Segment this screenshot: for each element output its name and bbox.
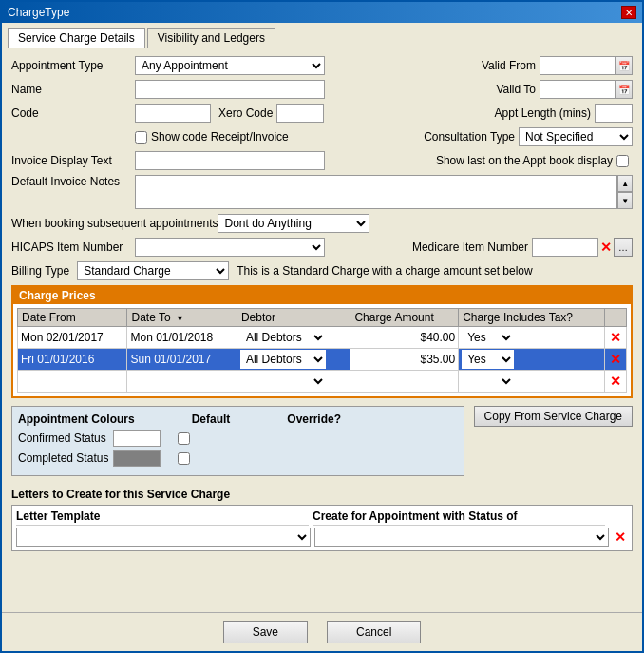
medicare-extra-button[interactable]: … xyxy=(614,238,633,257)
tab-bar: Service Charge Details Visibility and Le… xyxy=(2,23,642,48)
confirmed-color-swatch[interactable] xyxy=(113,430,161,447)
appointment-type-field: Any Appointment xyxy=(135,56,325,75)
charge-type-window: ChargeType ✕ Service Charge Details Visi… xyxy=(0,0,644,653)
charge-row-1-tax: Yes xyxy=(459,327,605,349)
charge-row-3-tax xyxy=(459,371,605,393)
hicaps-select[interactable] xyxy=(135,238,325,257)
scroll-down-icon[interactable]: ▼ xyxy=(617,192,633,209)
charge-row-3: ✕ xyxy=(18,371,627,393)
invoice-display-label: Invoice Display Text xyxy=(11,154,135,167)
col-debtor: Debtor xyxy=(237,309,350,327)
letter-template-col: Letter Template xyxy=(16,509,309,526)
col-date-to: Date To ▼ xyxy=(127,309,237,327)
code-input[interactable]: 500 xyxy=(135,104,211,123)
charge-row-1-date-from: Mon 02/01/2017 xyxy=(18,327,127,349)
show-code-checkbox[interactable] xyxy=(135,131,147,144)
title-bar: ChargeType ✕ xyxy=(2,2,642,23)
valid-from-calendar-icon[interactable]: 📅 xyxy=(616,56,633,75)
completed-status-label: Completed Status xyxy=(18,451,113,465)
charge-row-2-date-from: Fri 01/01/2016 xyxy=(18,349,127,371)
completed-override-checkbox[interactable] xyxy=(178,452,190,465)
name-input[interactable]: Initial Consultation xyxy=(135,80,325,99)
tab-service-charge-details[interactable]: Service Charge Details xyxy=(8,28,145,48)
override-col-label: Override? xyxy=(287,413,341,426)
billing-type-row: Billing Type Standard Charge This is a S… xyxy=(11,261,633,280)
show-code-label: Show code Receipt/Invoice xyxy=(151,130,289,144)
charge-row-2-tax: Yes xyxy=(459,349,605,371)
copy-from-service-charge-button[interactable]: Copy From Service Charge xyxy=(474,406,633,427)
save-button[interactable]: Save xyxy=(223,621,308,643)
charge-row-1-debtor-select[interactable]: All Debtors xyxy=(240,328,326,347)
letter-row-delete-button[interactable]: ✕ xyxy=(613,529,628,545)
charge-row-3-debtor-select[interactable] xyxy=(240,372,326,391)
show-last-label: Show last on the Appt book display xyxy=(436,154,613,167)
charge-prices-title: Charge Prices xyxy=(13,287,631,304)
show-last-checkbox[interactable] xyxy=(616,155,629,167)
charge-row-2-delete-button[interactable]: ✕ xyxy=(608,352,623,367)
when-booking-row: When booking subsequent appointments Don… xyxy=(11,214,633,233)
invoice-display-row: Invoice Display Text Initial Consultatio… xyxy=(11,151,633,170)
code-label: Code xyxy=(11,106,135,120)
tab-visibility-ledgers[interactable]: Visibility and Ledgers xyxy=(147,28,275,48)
appt-status-col: Create for Appointment with Status of xyxy=(313,509,605,526)
letter-template-select[interactable] xyxy=(16,528,311,547)
col-includes-tax: Charge Includes Tax? xyxy=(459,309,605,327)
letters-title: Letters to Create for this Service Charg… xyxy=(11,488,633,501)
valid-to-calendar-icon[interactable]: 📅 xyxy=(616,80,633,99)
charge-row-3-delete: ✕ xyxy=(605,371,627,393)
charge-row-2-debtor-select[interactable]: All Debtors xyxy=(240,350,326,369)
copy-btn-container: Copy From Service Charge xyxy=(474,406,633,432)
default-invoice-textarea[interactable] xyxy=(135,175,617,209)
charge-row-1-debtor: All Debtors xyxy=(237,327,350,349)
medicare-label: Medicare Item Number xyxy=(412,240,528,254)
footer: Save Cancel xyxy=(2,612,642,651)
charge-row-3-delete-button[interactable]: ✕ xyxy=(608,374,623,389)
appt-length-label: Appt Length (mins) xyxy=(495,106,591,120)
code-row: Code 500 Xero Code Appt Length (mins) 40 xyxy=(11,104,633,123)
charge-row-1-delete-button[interactable]: ✕ xyxy=(608,330,623,345)
charge-row-1-amount: $40.00 xyxy=(350,327,459,349)
charge-row-3-date-to xyxy=(127,371,237,393)
invoice-display-input[interactable]: Initial Consultation xyxy=(135,151,325,170)
when-booking-label: When booking subsequent appointments xyxy=(11,217,218,230)
charge-row-1-tax-select[interactable]: Yes xyxy=(462,328,514,347)
close-button[interactable]: ✕ xyxy=(621,6,636,19)
valid-from-input[interactable]: 15 Jun 2016 xyxy=(540,56,616,75)
charge-row-1: Mon 02/01/2017 Mon 01/01/2018 All Debtor… xyxy=(18,327,627,349)
medicare-clear-button[interactable]: ✕ xyxy=(598,240,614,255)
charge-row-3-tax-select[interactable] xyxy=(462,372,514,391)
valid-from-label: Valid From xyxy=(441,59,536,72)
main-content: Appointment Type Any Appointment Valid F… xyxy=(2,48,642,612)
valid-from-field: 15 Jun 2016 📅 xyxy=(540,56,633,75)
charge-row-2-tax-select[interactable]: Yes xyxy=(462,350,514,369)
appointment-type-row: Appointment Type Any Appointment Valid F… xyxy=(11,56,633,75)
date-to-sort-icon[interactable]: ▼ xyxy=(176,314,184,323)
appt-colours-header: Appointment Colours Default Override? xyxy=(18,413,458,426)
cancel-button[interactable]: Cancel xyxy=(327,621,421,643)
when-booking-select[interactable]: Dont do Anything xyxy=(218,214,369,233)
letters-row-1: ✕ xyxy=(16,528,628,547)
default-invoice-label: Default Invoice Notes xyxy=(11,175,135,188)
completed-status-row: Completed Status xyxy=(18,450,458,467)
completed-color-swatch[interactable] xyxy=(113,450,161,467)
xero-code-input[interactable] xyxy=(276,104,324,123)
letters-columns: Letter Template Create for Appointment w… xyxy=(16,509,628,526)
appt-length-input[interactable]: 40 xyxy=(595,104,633,123)
hicaps-row: HICAPS Item Number Medicare Item Number … xyxy=(11,238,633,257)
consultation-type-select[interactable]: Not Specified xyxy=(519,127,633,146)
appointment-type-select[interactable]: Any Appointment xyxy=(135,56,325,75)
billing-type-select[interactable]: Standard Charge xyxy=(77,261,229,280)
billing-type-label: Billing Type xyxy=(11,264,69,278)
medicare-input[interactable] xyxy=(532,238,598,257)
col-date-from: Date From xyxy=(18,309,127,327)
appt-status-select[interactable] xyxy=(314,528,609,547)
valid-to-input[interactable]: 15 Jun 2016 xyxy=(540,80,616,99)
confirmed-override-checkbox[interactable] xyxy=(178,432,190,445)
name-row: Name Initial Consultation Valid To 15 Ju… xyxy=(11,80,633,99)
scroll-up-icon[interactable]: ▲ xyxy=(617,175,633,192)
letters-section: Letters to Create for this Service Charg… xyxy=(11,488,633,551)
appt-colours-title: Appointment Colours xyxy=(18,413,135,426)
default-col-label: Default xyxy=(192,413,231,426)
charge-row-2-debtor: All Debtors xyxy=(237,349,350,371)
billing-description: This is a Standard Charge with a charge … xyxy=(237,264,533,278)
